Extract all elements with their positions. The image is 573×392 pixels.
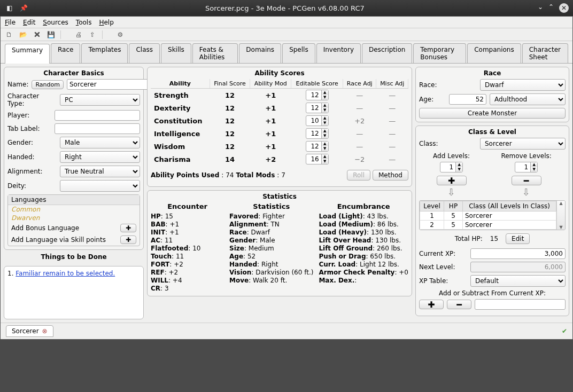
deity-label: Deity: — [7, 182, 57, 190]
tool-new-icon[interactable]: 🗋 — [5, 30, 13, 39]
create-monster-button[interactable]: Create Monster — [419, 108, 566, 119]
close-tab-icon[interactable]: ⊗ — [42, 327, 48, 335]
age-cat-select[interactable]: Adulthood — [490, 93, 566, 105]
xp-minus-button[interactable]: ━ — [447, 300, 471, 309]
maximize-icon[interactable]: ⌃ — [548, 3, 554, 13]
class-label: Class: — [419, 140, 446, 147]
totalmods-label: Total Mods — [236, 171, 275, 179]
tab-spells[interactable]: Spells — [282, 43, 315, 63]
ability-name: Intelligence — [151, 127, 210, 140]
add-level-button[interactable]: ✚ — [437, 176, 467, 185]
menu-tools[interactable]: Tools — [76, 19, 92, 26]
menu-help[interactable]: Help — [99, 19, 113, 26]
tab-inventory[interactable]: Inventory — [316, 43, 361, 63]
tab-race[interactable]: Race — [51, 43, 80, 63]
xp-adjust-input[interactable] — [475, 299, 566, 310]
panel-title: Statistics — [151, 193, 408, 200]
status-ok-icon: ✔ — [562, 327, 567, 335]
tab-tempbonus[interactable]: Temporary Bonuses — [413, 43, 466, 63]
player-label: Player: — [7, 112, 51, 119]
character-tab[interactable]: Sorcerer ⊗ — [6, 325, 53, 337]
remove-levels-input[interactable] — [515, 162, 530, 172]
table-row[interactable]: 25Sorcerer — [420, 221, 556, 230]
ability-raceadj: −2 — [343, 153, 376, 166]
ability-edit-spinner[interactable]: ▲▼ — [306, 141, 329, 152]
panel-title: Class & Level — [419, 128, 566, 136]
chartype-select[interactable]: PC — [60, 94, 140, 106]
tab-skills[interactable]: Skills — [161, 43, 191, 63]
ability-miscadj: — — [376, 101, 408, 114]
ability-edit-spinner[interactable]: ▲▼ — [306, 115, 329, 126]
ability-name: Dexterity — [151, 101, 210, 114]
tab-templates[interactable]: Templates — [81, 43, 128, 63]
deity-select[interactable] — [60, 180, 140, 192]
edit-hp-button[interactable]: Edit — [506, 233, 530, 244]
menu-sources[interactable]: Sources — [43, 19, 68, 26]
race-select[interactable]: Dwarf — [480, 79, 566, 91]
tool-prefs-icon[interactable]: ⚙ — [116, 30, 125, 39]
ability-edit-spinner[interactable]: ▲▼ — [306, 90, 329, 100]
handed-select[interactable]: Right — [60, 151, 140, 163]
close-icon[interactable]: ✕ — [559, 3, 569, 13]
add-lang-skill-button[interactable]: ✚ — [120, 236, 136, 244]
alignment-select[interactable]: True Neutral — [60, 166, 140, 177]
ability-name: Charisma — [151, 153, 210, 166]
tool-save-icon[interactable]: 💾 — [47, 30, 55, 39]
nextlvl-label: Next Level: — [419, 263, 467, 271]
ability-edit-spinner[interactable]: ▲▼ — [306, 154, 329, 164]
ability-table: Ability Final Score Ability Mod Editable… — [151, 79, 408, 166]
ability-mod: +1 — [250, 127, 291, 140]
menu-edit[interactable]: Edit — [23, 19, 35, 26]
tool-export-icon[interactable]: ⇧ — [88, 30, 97, 39]
race-label: Race: — [419, 81, 446, 89]
add-bonus-lang-button[interactable]: ✚ — [120, 224, 136, 232]
add-lang-skill-label: Add Language via Skill points — [11, 236, 106, 244]
remove-level-button[interactable]: ━ — [512, 176, 541, 185]
tab-companions[interactable]: Companions — [467, 43, 521, 63]
tablabel-input[interactable] — [55, 123, 140, 134]
pin-icon[interactable]: 📌 — [18, 3, 29, 13]
method-button[interactable]: Method — [373, 170, 408, 181]
ability-mod: +1 — [250, 101, 291, 114]
ability-edit-spinner[interactable]: ▲▼ — [306, 103, 329, 113]
random-button[interactable]: Random — [32, 80, 64, 89]
ability-mod: +2 — [250, 153, 291, 166]
table-row[interactable]: 15Sorcerer — [420, 211, 556, 221]
todo-link[interactable]: Familiar remain to be selected. — [16, 270, 115, 277]
table-scrollbar[interactable]: ▲▼ — [556, 201, 565, 230]
minimize-icon[interactable]: ⌄ — [538, 3, 543, 13]
ability-miscadj: — — [376, 127, 408, 140]
tab-summary[interactable]: Summary — [5, 44, 50, 64]
age-input[interactable] — [449, 94, 486, 105]
app-icon: ◧ — [4, 3, 15, 13]
ability-miscadj: — — [376, 153, 408, 166]
player-input[interactable] — [55, 110, 140, 121]
tool-print-icon[interactable]: 🖨 — [74, 30, 83, 39]
chartype-label: Character Type: — [7, 92, 57, 107]
tab-feats[interactable]: Feats & Abilities — [192, 43, 238, 63]
class-select[interactable]: Sorcerer — [480, 138, 566, 150]
tool-open-icon[interactable]: 📂 — [19, 30, 27, 39]
tab-charsheet[interactable]: Character Sheet — [522, 43, 568, 63]
tab-domains[interactable]: Domains — [239, 43, 281, 63]
xptable-select[interactable]: Default — [470, 275, 566, 287]
tool-close-icon[interactable]: 🗙 — [33, 30, 41, 39]
ability-final: 12 — [210, 140, 250, 153]
tab-class[interactable]: Class — [129, 43, 160, 63]
add-bonus-lang-label: Add Bonus Language — [11, 224, 79, 232]
name-input[interactable] — [67, 79, 152, 90]
ability-edit-spinner[interactable]: ▲▼ — [306, 128, 329, 139]
add-levels-input[interactable] — [440, 162, 455, 172]
age-label: Age: — [419, 96, 446, 103]
ability-miscadj: — — [376, 140, 408, 153]
language-item[interactable]: Common — [8, 205, 140, 214]
menu-file[interactable]: File — [5, 19, 16, 26]
xptable-label: XP Table: — [419, 277, 467, 285]
gender-select[interactable]: Male — [60, 137, 140, 148]
xp-plus-button[interactable]: ✚ — [419, 300, 444, 309]
curxp-input[interactable] — [470, 248, 566, 259]
ability-name: Strength — [151, 89, 210, 102]
language-item[interactable]: Dwarven — [8, 214, 140, 222]
adjust-xp-label: Add or Subtract From Current XP: — [419, 289, 566, 297]
tab-description[interactable]: Description — [362, 43, 412, 63]
